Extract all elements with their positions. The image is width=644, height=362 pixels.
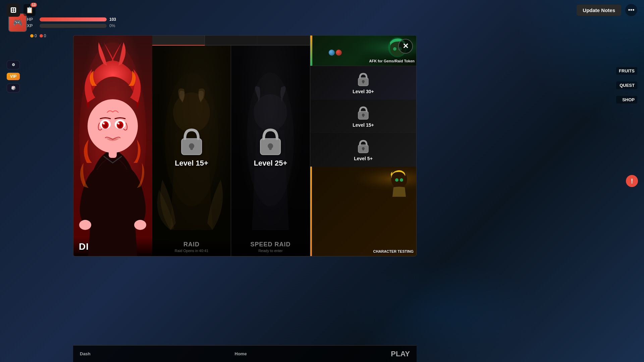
svg-rect-4 — [12, 10, 13, 12]
afk-title: AFK for Gems/Raid Token — [369, 59, 415, 63]
char-art-area — [310, 167, 416, 256]
svg-point-34 — [393, 47, 396, 51]
nav-dash[interactable]: Dash — [80, 351, 91, 356]
currency-item-2: 0 — [40, 34, 46, 38]
afk-label: AFK for Gems/Raid Token — [369, 59, 415, 63]
dimension-art — [73, 36, 152, 256]
more-options-button[interactable]: ••• — [625, 4, 637, 16]
currency-dot-2 — [40, 34, 43, 38]
notification-badge[interactable]: 📋 13 — [23, 4, 36, 16]
quest-label[interactable]: QUEST — [616, 81, 637, 89]
speed-raid-panel[interactable]: Level 25+ SPEED RAID Ready to enter — [231, 46, 310, 256]
dice-button[interactable]: 🎲 — [7, 83, 20, 93]
svg-rect-1 — [11, 7, 16, 13]
svg-rect-44 — [363, 148, 364, 150]
svg-point-10 — [88, 99, 138, 153]
level30-text: Level 30+ — [353, 89, 374, 94]
level30-content: Level 30+ — [310, 66, 416, 100]
modal-close-button[interactable]: ✕ — [398, 39, 413, 54]
xp-pct: 0% — [109, 23, 115, 28]
alert-area: ! — [626, 175, 638, 187]
svg-rect-25 — [190, 145, 193, 150]
right-panel: AFK for Gems/Raid Token Level 30+ — [310, 36, 416, 256]
level30-card[interactable]: Level 30+ — [310, 66, 416, 100]
speed-raid-lock: Level 25+ — [254, 126, 287, 168]
raid-lock-text: Level 15+ — [175, 159, 208, 168]
svg-rect-2 — [12, 8, 13, 10]
dimension-panel[interactable]: DIMENSION — [73, 36, 152, 256]
currency-dot-1 — [30, 34, 34, 38]
vp-badge[interactable]: VIP — [7, 73, 20, 80]
alert-icon[interactable]: ! — [626, 175, 638, 187]
gems-icons — [329, 50, 342, 56]
shop-label[interactable]: SHOP — [616, 96, 637, 104]
bottom-nav: Dash Home PLAY — [73, 345, 417, 362]
more-icon: ••• — [628, 7, 635, 14]
panels-content: Level 15+ RAID Raid Opens in 40:41 — [152, 46, 310, 256]
svg-point-8 — [134, 220, 146, 230]
middle-panels: Level 15+ RAID Raid Opens in 40:41 — [152, 36, 310, 256]
char-testing-label: CHARACTER TESTING — [373, 249, 414, 253]
char-testing-title: CHARACTER TESTING — [373, 249, 414, 253]
close-icon: ✕ — [402, 42, 409, 51]
speed-raid-bottom: SPEED RAID Ready to enter — [231, 238, 310, 256]
raid-subtext: Raid Opens in 40:41 — [156, 249, 227, 253]
gem-blue — [329, 50, 335, 56]
svg-point-47 — [395, 178, 398, 182]
tab-dimension[interactable] — [152, 36, 205, 46]
top-left-area: 📋 13 — [7, 3, 36, 17]
speed-raid-lock-text: Level 25+ — [254, 159, 287, 168]
svg-point-48 — [400, 178, 403, 182]
level15-text: Level 15+ — [353, 122, 374, 128]
top-right-area: Update Notes ••• — [577, 4, 637, 16]
currency-value-2: 0 — [44, 34, 46, 38]
settings-button[interactable]: ⚙ — [7, 60, 20, 69]
currency-item-1: 0 — [30, 34, 37, 38]
roblox-icon — [7, 3, 20, 17]
notification-count: 13 — [31, 3, 37, 7]
raid-title: RAID — [156, 241, 227, 248]
svg-point-7 — [79, 220, 91, 230]
left-sidebar: ⚙ VIP 🎲 — [7, 60, 20, 93]
notification-icon: 📋 — [26, 6, 33, 14]
tab-speed-raid[interactable] — [257, 36, 310, 46]
right-labels: FRUITS QUEST SHOP — [616, 67, 637, 104]
svg-point-19 — [103, 122, 105, 124]
raid-bottom: RAID Raid Opens in 40:41 — [152, 238, 231, 256]
level5-card[interactable]: Level 5+ — [310, 133, 416, 167]
play-button[interactable]: PLAY — [391, 350, 410, 358]
xp-bar — [40, 24, 107, 28]
svg-rect-3 — [14, 8, 15, 10]
speed-raid-subtext: Ready to enter — [234, 249, 307, 253]
svg-rect-38 — [363, 81, 364, 83]
currency-row: 0 0 — [30, 34, 46, 38]
nav-home[interactable]: Home — [235, 351, 247, 356]
update-notes-button[interactable]: Update Notes — [577, 5, 621, 16]
xp-row: XP 0% — [27, 23, 116, 28]
level15-content: Level 15+ — [310, 100, 416, 133]
gem-red — [336, 50, 342, 56]
level15-card[interactable]: Level 15+ — [310, 100, 416, 133]
raid-panel[interactable]: Level 15+ RAID Raid Opens in 40:41 — [152, 46, 231, 256]
fruits-label[interactable]: FRUITS — [616, 67, 637, 75]
currency-value-1: 0 — [35, 34, 37, 38]
panel-tabs — [152, 36, 310, 46]
speed-raid-title: SPEED RAID — [234, 241, 307, 248]
svg-rect-30 — [269, 145, 272, 150]
level5-text: Level 5+ — [354, 156, 373, 161]
main-modal: ✕ — [73, 35, 417, 256]
raid-lock: Level 15+ — [175, 126, 208, 168]
svg-rect-5 — [14, 10, 15, 12]
tab-raid[interactable] — [205, 36, 258, 46]
level5-content: Level 5+ — [310, 133, 416, 167]
xp-label: XP — [27, 23, 37, 28]
char-testing-card[interactable]: CHARACTER TESTING — [310, 167, 416, 256]
svg-rect-41 — [363, 114, 364, 117]
svg-point-20 — [117, 122, 119, 124]
top-bar: 📋 13 Update Notes ••• — [0, 0, 644, 20]
